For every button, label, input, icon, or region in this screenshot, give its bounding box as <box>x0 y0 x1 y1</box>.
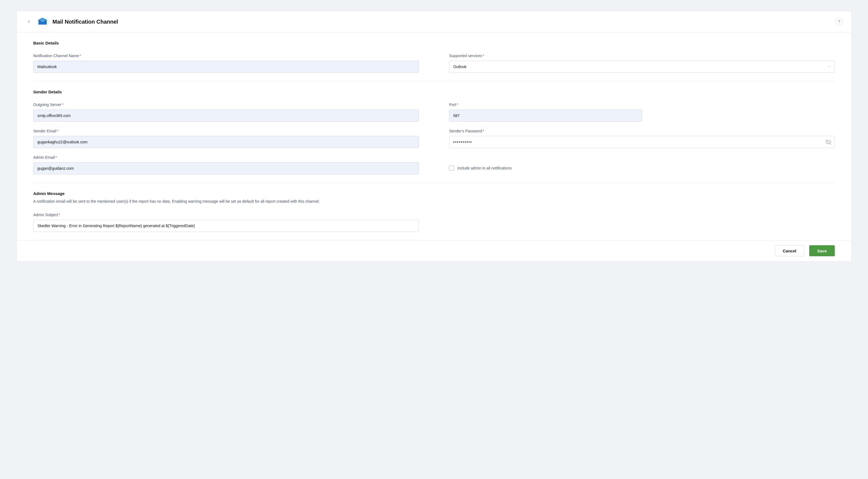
section-divider <box>33 183 835 183</box>
admin-email-label: Admin Email* <box>33 155 419 160</box>
chevron-left-icon <box>27 20 31 24</box>
channel-name-label: Notification Channel Name* <box>33 54 419 58</box>
required-asterisk: * <box>483 129 484 133</box>
admin-email-field: Admin Email* <box>33 155 419 174</box>
sender-password-label: Sender's Password* <box>449 129 835 133</box>
include-admin-checkbox[interactable] <box>449 166 454 170</box>
card-footer: Cancel Save <box>17 240 851 261</box>
port-input[interactable] <box>449 109 642 122</box>
admin-message-description: A notification email will be sent to the… <box>33 199 835 204</box>
label-text: Notification Channel Name <box>33 54 79 58</box>
eye-off-icon <box>826 139 831 145</box>
admin-email-input[interactable] <box>33 162 419 174</box>
required-asterisk: * <box>59 213 60 217</box>
channel-name-input[interactable] <box>33 61 419 73</box>
outgoing-server-input[interactable] <box>33 109 419 122</box>
sender-details-title: Sender Details <box>33 90 835 94</box>
include-admin-field: Include admin in all notifications <box>449 155 835 174</box>
channel-name-field: Notification Channel Name* <box>33 54 419 73</box>
supported-services-label: Supported services* <box>449 54 835 58</box>
save-button[interactable]: Save <box>809 245 835 256</box>
label-text: Admin Subject <box>33 213 58 217</box>
label-text: Port <box>449 102 456 107</box>
supported-services-field: Supported services* Outlook <box>449 54 835 73</box>
select-value: Outlook <box>453 65 466 69</box>
admin-subject-label: Admin Subject* <box>33 213 419 217</box>
page-title: Mail Notification Channel <box>53 19 118 25</box>
admin-message-title: Admin Message <box>33 191 835 196</box>
required-asterisk: * <box>457 102 458 107</box>
sender-password-input[interactable] <box>453 140 826 144</box>
config-card: Mail Notification Channel ? Basic Detail… <box>17 11 851 261</box>
help-button[interactable]: ? <box>835 18 843 26</box>
port-field: Port* <box>449 102 835 122</box>
mail-icon <box>38 17 48 27</box>
outgoing-server-field: Outgoing Server* <box>33 102 419 122</box>
required-asterisk: * <box>56 155 57 160</box>
required-asterisk: * <box>57 129 58 133</box>
outgoing-server-label: Outgoing Server* <box>33 102 419 107</box>
admin-subject-input[interactable] <box>33 220 419 232</box>
include-admin-label: Include admin in all notifications <box>457 166 512 170</box>
sender-email-label: Sender Email* <box>33 129 419 133</box>
card-header: Mail Notification Channel ? <box>17 11 851 32</box>
chevron-down-icon <box>827 65 831 69</box>
port-label: Port* <box>449 102 835 107</box>
toggle-password-visibility[interactable] <box>826 139 831 145</box>
required-asterisk: * <box>62 102 63 107</box>
cancel-button[interactable]: Cancel <box>775 245 804 256</box>
label-text: Outgoing Server <box>33 102 61 107</box>
basic-details-title: Basic Details <box>33 41 835 45</box>
password-wrapper <box>449 136 835 148</box>
required-asterisk: * <box>483 54 484 58</box>
admin-subject-field: Admin Subject* <box>33 213 434 232</box>
sender-email-field: Sender Email* <box>33 129 419 148</box>
supported-services-select[interactable]: Outlook <box>449 61 835 73</box>
label-text: Admin Email <box>33 155 55 160</box>
label-text: Supported services <box>449 54 482 58</box>
sender-email-input[interactable] <box>33 136 419 148</box>
label-text: Sender's Password <box>449 129 482 133</box>
label-text: Sender Email <box>33 129 56 133</box>
card-body[interactable]: Basic Details Notification Channel Name*… <box>17 32 851 240</box>
sender-password-field: Sender's Password* <box>449 129 835 148</box>
back-button[interactable] <box>25 18 33 26</box>
required-asterisk: * <box>80 54 81 58</box>
